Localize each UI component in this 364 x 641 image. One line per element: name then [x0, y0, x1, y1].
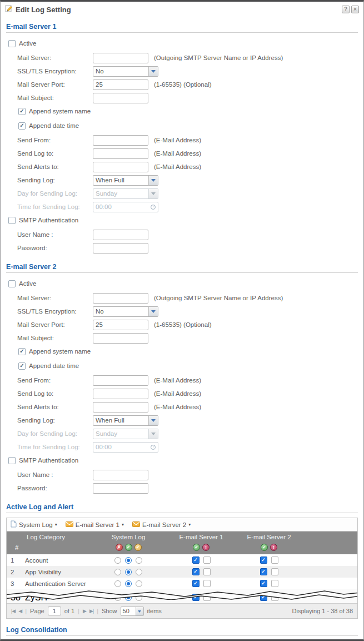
- column-number: #: [7, 541, 22, 551]
- system-log-menu-button[interactable]: System Log ▾: [11, 520, 57, 529]
- smtp-auth-label: SMTP Authentication: [19, 457, 78, 464]
- radio-log-alert[interactable]: [136, 557, 142, 564]
- email2-log-checkbox[interactable]: [260, 556, 267, 564]
- server2-ssl-select[interactable]: No: [93, 306, 158, 317]
- radio-log-alert[interactable]: [136, 580, 142, 587]
- log-consolidation-form: Active Log Consolidation Interval: (10 -…: [1, 636, 363, 641]
- server2-active-label: Active: [19, 280, 36, 287]
- edit-log-setting-dialog: Edit Log Setting ? × E-mail Server 1 Act…: [0, 0, 364, 641]
- column-email-server-1: E-mail Server 1: [169, 534, 233, 540]
- close-button[interactable]: ×: [351, 6, 359, 13]
- email2-log-checkbox[interactable]: [260, 580, 267, 587]
- alert-icon[interactable]: [270, 544, 277, 551]
- prev-page-icon[interactable]: ◀: [18, 608, 22, 614]
- server2-mail-server-input[interactable]: [93, 293, 148, 304]
- server2-password-input[interactable]: [93, 483, 148, 494]
- no-log-icon[interactable]: [116, 544, 123, 551]
- server2-smtp-auth-checkbox[interactable]: [8, 457, 16, 464]
- edit-pencil-icon: [5, 4, 13, 14]
- log-alert-icon[interactable]: [134, 544, 142, 551]
- send-alerts-label: Send Alerts to:: [6, 163, 93, 170]
- server1-password-input[interactable]: [93, 243, 148, 254]
- server1-port-input[interactable]: [93, 79, 148, 90]
- server2-send-log-input[interactable]: [93, 389, 148, 399]
- server2-subject-row: Mail Subject:: [6, 332, 358, 344]
- email2-alert-checkbox[interactable]: [271, 556, 278, 564]
- server1-send-log-input[interactable]: [93, 148, 148, 159]
- radio-no-log[interactable]: [114, 580, 121, 587]
- server1-append-system-checkbox[interactable]: [18, 108, 26, 115]
- email-server-2-menu-button[interactable]: E-mail Server 2 ▾: [132, 521, 191, 528]
- server2-username-input[interactable]: [93, 470, 148, 480]
- radio-no-log[interactable]: [114, 557, 121, 564]
- last-page-icon[interactable]: ▶|: [89, 608, 93, 614]
- tear-squiggle: [7, 589, 357, 600]
- append-system-label: Append system name: [29, 348, 91, 355]
- radio-log[interactable]: [125, 569, 132, 575]
- server2-append-date-checkbox[interactable]: [18, 362, 26, 370]
- server2-time-field: [93, 442, 158, 453]
- alert-icon[interactable]: [202, 544, 210, 551]
- server1-username-row: User Name :: [6, 229, 358, 240]
- subject-label: Mail Subject:: [6, 95, 93, 101]
- log-icon[interactable]: [261, 544, 268, 551]
- chevron-down-icon: ▾: [188, 522, 191, 527]
- server1-subject-row: Mail Subject:: [6, 92, 358, 103]
- sending-log-label: Sending Log:: [6, 177, 93, 183]
- server2-subject-input[interactable]: [93, 333, 148, 344]
- radio-log[interactable]: [125, 557, 132, 564]
- page-size-select[interactable]: 50: [121, 607, 144, 616]
- server2-send-alerts-input[interactable]: [93, 402, 148, 413]
- server2-append-date-row: Append date time: [6, 360, 358, 371]
- email2-checkboxes: [233, 568, 305, 575]
- server1-mail-server-input[interactable]: [93, 53, 148, 63]
- radio-log[interactable]: [125, 580, 132, 587]
- email2-log-checkbox[interactable]: [260, 568, 267, 575]
- server1-active-checkbox[interactable]: [8, 40, 16, 47]
- chevron-down-icon: ▾: [122, 522, 124, 527]
- page-number-input[interactable]: [48, 607, 61, 615]
- server1-subject-input[interactable]: [93, 93, 148, 103]
- server2-send-from-input[interactable]: [93, 375, 148, 386]
- dialog-title: Edit Log Setting: [16, 6, 71, 14]
- server2-active-checkbox[interactable]: [8, 280, 16, 287]
- email2-alert-checkbox[interactable]: [271, 580, 278, 587]
- email2-checkboxes: [233, 580, 305, 587]
- email1-log-checkbox[interactable]: [192, 568, 200, 575]
- server1-send-alerts-input[interactable]: [93, 162, 148, 172]
- server1-send-alerts-row: Send Alerts to: (E-Mail Address): [6, 161, 358, 172]
- send-log-label: Send Log to:: [6, 390, 93, 397]
- first-page-icon[interactable]: |◀: [11, 608, 15, 614]
- email-address-note: (E-Mail Address): [154, 404, 201, 410]
- server2-time-row: Time for Sending Log:: [6, 441, 358, 453]
- server1-append-date-checkbox[interactable]: [18, 122, 26, 130]
- server1-send-log-row: Send Log to: (E-Mail Address): [6, 148, 358, 159]
- email1-log-checkbox[interactable]: [192, 580, 200, 587]
- pagination-bar: |◀ ◀ | Page of 1 | ▶ ▶| | Show 50 items …: [7, 603, 357, 618]
- radio-no-log[interactable]: [114, 569, 121, 575]
- server1-day-select: Sunday: [93, 188, 158, 199]
- server1-ssl-select[interactable]: No: [93, 66, 158, 77]
- server2-sending-log-select[interactable]: When Full: [93, 415, 158, 426]
- ssl-label: SSL/TLS Encryption:: [6, 308, 93, 315]
- help-button[interactable]: ?: [342, 6, 350, 13]
- server1-send-from-input[interactable]: [93, 135, 148, 146]
- server2-port-input[interactable]: [93, 320, 148, 330]
- email-server-1-menu-button[interactable]: E-mail Server 1 ▾: [66, 521, 124, 528]
- email2-alert-checkbox[interactable]: [271, 568, 278, 575]
- email1-alert-checkbox[interactable]: [203, 580, 211, 587]
- log-icon[interactable]: [125, 544, 132, 551]
- next-page-icon[interactable]: ▶: [83, 608, 86, 614]
- email1-alert-checkbox[interactable]: [203, 568, 211, 575]
- email1-alert-checkbox[interactable]: [203, 556, 211, 564]
- server1-username-input[interactable]: [93, 230, 148, 240]
- radio-log-alert[interactable]: [136, 569, 142, 575]
- email1-log-checkbox[interactable]: [192, 556, 200, 564]
- server1-smtp-auth-checkbox[interactable]: [8, 217, 16, 224]
- server2-append-system-checkbox[interactable]: [18, 348, 26, 355]
- log-icon[interactable]: [193, 544, 200, 551]
- server1-time-input: [93, 202, 158, 212]
- server1-sending-log-select[interactable]: When Full: [93, 175, 158, 186]
- port-label: Mail Server Port:: [6, 321, 93, 328]
- send-log-label: Send Log to:: [6, 150, 93, 157]
